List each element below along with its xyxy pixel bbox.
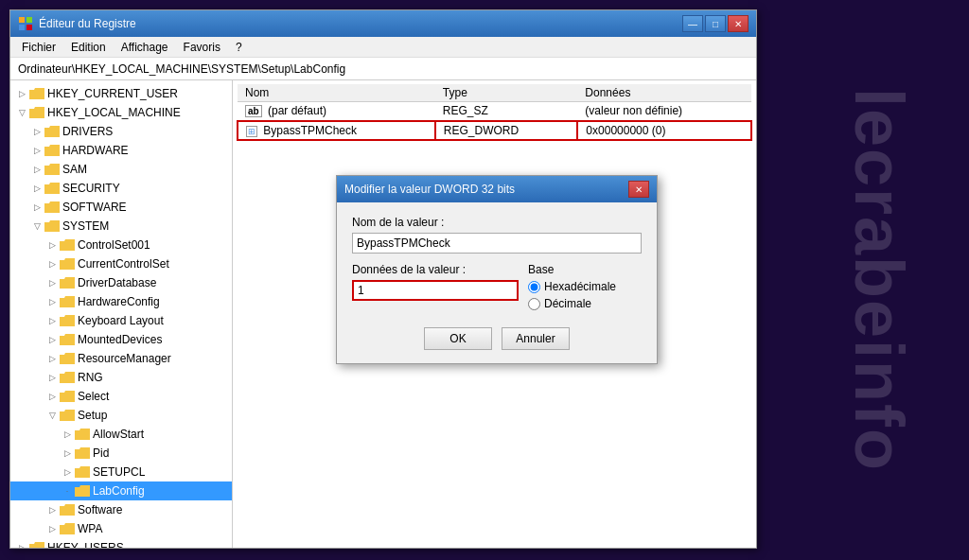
modal-overlay: Modifier la valeur DWORD 32 bits ✕ Nom d…: [0, 0, 969, 560]
modal-data-input[interactable]: [352, 280, 519, 301]
modal-close-button[interactable]: ✕: [628, 181, 649, 198]
modal-value-name: BypassTPMCheck: [352, 233, 642, 254]
modal-label-data: Données de la valeur :: [352, 263, 519, 276]
radio-hex-label: Hexadécimale: [544, 280, 616, 293]
modal-ok-button[interactable]: OK: [424, 327, 492, 350]
modal-body: Nom de la valeur : BypassTPMCheck Donnée…: [337, 202, 657, 363]
modal-cancel-button[interactable]: Annuler: [502, 327, 570, 350]
radio-dec[interactable]: [528, 298, 540, 310]
modal-label-name: Nom de la valeur :: [352, 216, 642, 229]
modal-title: Modifier la valeur DWORD 32 bits: [344, 183, 628, 196]
radio-hex[interactable]: [528, 281, 540, 293]
modal-buttons: OK Annuler: [352, 327, 642, 350]
modal-base-section: Base Hexadécimale Décimale: [528, 263, 642, 314]
modal-title-bar: Modifier la valeur DWORD 32 bits ✕: [337, 176, 657, 202]
modal-base-label: Base: [528, 263, 642, 276]
radio-dec-row[interactable]: Décimale: [528, 297, 642, 310]
modal-row: Données de la valeur : Base Hexadécimale…: [352, 263, 642, 314]
modal-value-section: Données de la valeur :: [352, 263, 519, 301]
modal-dialog: Modifier la valeur DWORD 32 bits ✕ Nom d…: [336, 175, 658, 364]
radio-hex-row[interactable]: Hexadécimale: [528, 280, 642, 293]
radio-dec-label: Décimale: [544, 297, 591, 310]
